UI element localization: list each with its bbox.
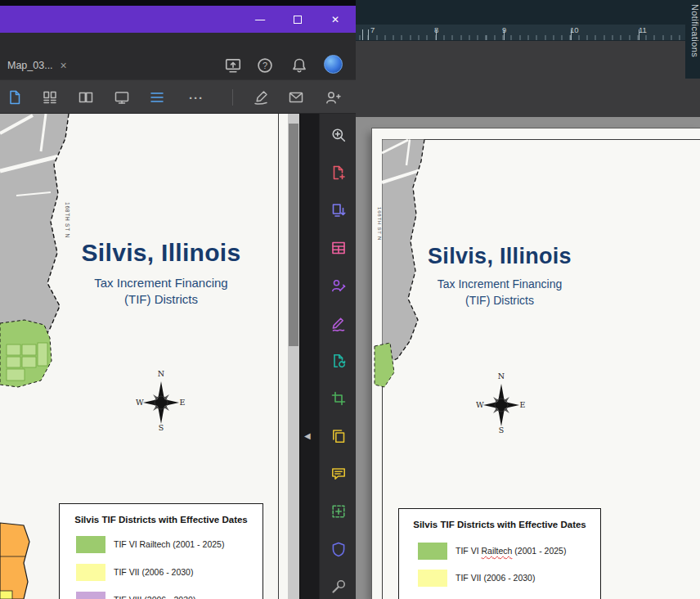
document-canvas: 168TH ST N Silvis, Illinois Tax Incremen… [356, 117, 700, 599]
desktop-screenshot: 7 8 9 10 11 Notifications 168TH ST N Sil… [0, 0, 700, 599]
share-screen-button[interactable] [223, 56, 243, 75]
map-legend: Silvis TIF Districts with Effective Date… [398, 508, 601, 599]
tab-close-icon[interactable]: × [61, 59, 67, 72]
legend-label: TIF VI Railtech (2001 - 2025) [455, 546, 566, 556]
help-icon: ? [256, 56, 274, 74]
left-window-titlebar[interactable]: — ✕ [0, 6, 356, 33]
export-pdf-tool-button[interactable] [320, 342, 357, 380]
pdf-page-right: 168TH ST N Silvis, Illinois Tax Incremen… [372, 128, 700, 599]
window-shadow-strip [0, 0, 356, 6]
full-screen-button[interactable] [112, 88, 132, 107]
help-glyph: ? [262, 61, 267, 70]
map-title: Silvis, Illinois [372, 244, 627, 269]
compass-w: W [136, 398, 144, 407]
legend-swatch-green [418, 543, 447, 560]
envelope-icon [288, 89, 304, 106]
user-avatar[interactable] [324, 55, 343, 74]
compass-e: E [180, 398, 186, 407]
legend-title: Silvis TIF Districts with Effective Date… [399, 520, 600, 529]
horizontal-ruler: 7 8 9 10 11 [356, 25, 700, 41]
share-screen-icon [224, 56, 242, 74]
legend-label-prefix: TIF VI [455, 546, 482, 556]
ruler-number: 8 [434, 25, 438, 34]
person-add-icon [325, 89, 341, 106]
maximize-button[interactable] [285, 6, 310, 33]
compass-s: S [499, 426, 505, 435]
legend-title: Silvis TIF Districts with Effective Date… [60, 515, 262, 525]
document-tab[interactable]: Map_03... × [0, 51, 74, 79]
more-view-options-button[interactable]: ··· [186, 88, 206, 107]
misspelled-word: Railtech [482, 546, 513, 556]
left-window-toolbar: ··· [0, 79, 356, 114]
monitor-icon [114, 89, 130, 106]
map-subtitle-line2: (TIF) Districts [0, 292, 288, 306]
legend-swatch-green [76, 536, 105, 553]
compass-rose: N W E S [476, 371, 527, 435]
scan-ocr-icon [330, 503, 347, 520]
map-subtitle-line1: Tax Increment Financing [0, 276, 288, 290]
request-signatures-tool-button[interactable] [320, 267, 357, 304]
compass-n: N [158, 369, 164, 378]
legend-label: TIF VI Railtech (2001 - 2025) [114, 539, 224, 549]
compass-e: E [520, 400, 526, 409]
vertical-scrollbar[interactable] [288, 114, 299, 599]
ellipsis-icon: ··· [189, 91, 204, 105]
zoom-search-tool-button[interactable] [320, 116, 357, 154]
more-tools-button[interactable] [320, 568, 357, 599]
legend-item: TIF VI Railtech (2001 - 2025) [60, 536, 262, 556]
compass-w: W [476, 400, 484, 409]
legend-item: TIF VIII (2006 - 2030) [60, 592, 262, 599]
bell-icon [290, 56, 308, 74]
legend-label: TIF VIII (2006 - 2030) [114, 595, 195, 599]
page-view-button[interactable] [5, 88, 25, 107]
collapse-panel-arrow[interactable]: ◀ [304, 431, 311, 440]
legend-item: TIF VII (2006 - 2030) [60, 564, 262, 583]
add-page-icon [330, 164, 347, 181]
copy-pages-tool-button[interactable] [320, 417, 357, 455]
two-page-view-button[interactable] [76, 88, 96, 107]
crop-pages-icon [330, 390, 347, 407]
pdf-page-left: 168TH ST N Silvis, Illinois Tax Incremen… [0, 114, 288, 599]
right-window-toolbar-area [356, 41, 700, 117]
toolbar-divider [232, 89, 233, 106]
protect-shield-icon [330, 541, 347, 557]
tab-label: Map_03... [7, 60, 53, 71]
email-button[interactable] [286, 88, 306, 107]
notifications-bell-button[interactable] [289, 56, 309, 75]
notifications-panel-tab[interactable]: Notifications [685, 0, 700, 79]
map-subtitle-line1: Tax Increment Financing [372, 277, 627, 290]
add-page-tool-button[interactable] [320, 154, 357, 191]
scan-ocr-tool-button[interactable] [320, 493, 357, 530]
signature-button[interactable] [251, 88, 271, 107]
minimize-button[interactable]: — [248, 6, 272, 33]
left-window-tab-bar: Map_03... × ? [0, 33, 356, 79]
fill-sign-tool-button[interactable] [320, 304, 357, 342]
legend-item: TIF VII (2006 - 2030) [399, 570, 600, 589]
ruler-number: 7 [370, 25, 375, 34]
scrollbar-thumb[interactable] [289, 124, 298, 346]
help-button[interactable]: ? [255, 56, 275, 75]
signature-pen-icon [253, 89, 269, 106]
legend-swatch-yellow [76, 564, 105, 581]
panel-collapse-strip: ◀ [299, 114, 319, 599]
legend-label-suffix: (2001 - 2025) [512, 546, 566, 556]
combine-files-tool-button[interactable] [320, 229, 357, 267]
close-button[interactable]: ✕ [323, 6, 348, 33]
fill-sign-pen-icon [330, 315, 347, 331]
right-window-top-band [356, 0, 700, 25]
comment-tool-button[interactable] [320, 455, 357, 493]
legend-label: TIF VII (2006 - 2030) [114, 567, 193, 577]
page-icon [7, 89, 23, 106]
protect-tool-button[interactable] [320, 530, 357, 568]
insert-pages-tool-button[interactable] [320, 191, 357, 229]
crop-pages-tool-button[interactable] [320, 380, 357, 417]
add-user-share-button[interactable] [323, 88, 343, 107]
page-thumbnails-button[interactable] [40, 88, 60, 107]
legend-swatch-yellow [418, 570, 447, 587]
two-page-icon [78, 89, 94, 106]
maximize-icon [294, 16, 302, 24]
copy-pages-icon [330, 428, 347, 444]
compass-s: S [159, 423, 164, 432]
legend-label: TIF VII (2006 - 2030) [455, 573, 535, 583]
scroll-view-button[interactable] [147, 88, 167, 107]
